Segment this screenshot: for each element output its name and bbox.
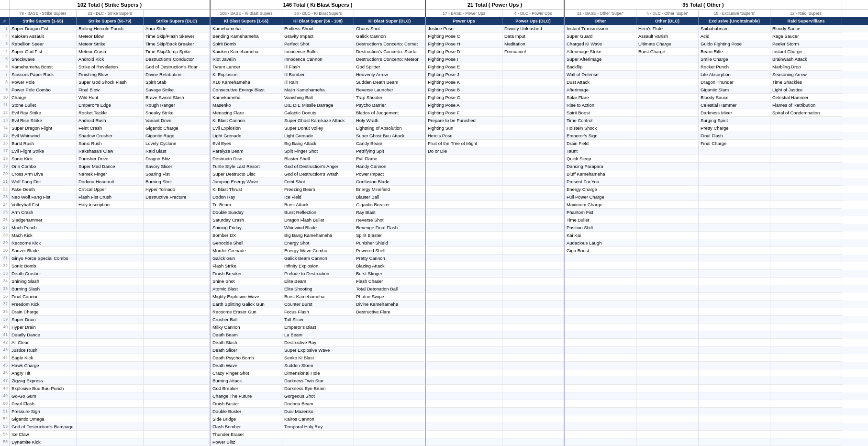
table-row: 33Death CrasherFinish BreakerPrelude to …: [0, 270, 868, 278]
table-cell: Revenge Final Flash: [354, 224, 426, 232]
table-cell: Super God Fist: [10, 48, 77, 56]
table-cell: [636, 78, 699, 86]
table-cell: [699, 385, 770, 392]
table-cell: Bluff Kamehameha: [565, 170, 636, 178]
column-header: Power Ups (DLC): [502, 17, 565, 25]
table-cell: Power Pole Combo: [10, 86, 77, 94]
row-number: 25: [0, 209, 10, 216]
table-row: 2Kaioken AssaultMeteor BlowTime Skip/Fla…: [0, 33, 868, 40]
table-row: 46Angry HitCrazy Finger ShotDimensional …: [0, 369, 868, 377]
table-cell: [77, 278, 144, 285]
table-cell: Big Bang Attack: [282, 140, 354, 147]
table-cell: [636, 147, 699, 155]
table-cell: [565, 385, 636, 392]
table-row: 6Kamehameha BoostStrike of RevelationGod…: [0, 63, 868, 71]
table-cell: God of Destruction's Rampage: [10, 423, 77, 431]
table-cell: [636, 385, 699, 392]
table-cell: [699, 301, 770, 308]
table-row: 12Evil Ray StrikeRocket TackleSneaky Str…: [0, 109, 868, 117]
table-cell: [636, 224, 699, 232]
table-cell: Orin Combo: [10, 163, 77, 170]
table-cell: [699, 423, 770, 431]
table-cell: Fighting Pose G: [426, 94, 502, 101]
table-cell: [699, 354, 770, 362]
table-row: 52Gigantic OmegaSide BridgeKairos Cannon: [0, 415, 868, 423]
table-cell: Blaster Shell: [282, 155, 354, 163]
table-cell: [636, 301, 699, 308]
table-cell: [636, 209, 699, 216]
table-cell: [426, 255, 502, 262]
table-cell: [144, 301, 211, 308]
table-cell: Flash Fist Crush: [77, 193, 144, 201]
table-cell: [770, 224, 842, 232]
table-cell: Photon Swipe: [354, 293, 426, 301]
row-number: 41: [0, 331, 10, 339]
table-cell: [354, 362, 426, 369]
table-cell: [502, 285, 565, 293]
table-cell: [354, 415, 426, 423]
table-cell: [770, 354, 842, 362]
table-cell: God of Destruction's Wrath: [282, 170, 354, 178]
sub-header: 12 - Raid 'Supers': [770, 10, 842, 17]
table-cell: Menacing Flare: [211, 109, 282, 117]
table-cell: Justice Rush: [10, 346, 77, 354]
table-cell: Shining Slash: [10, 278, 77, 285]
table-cell: [77, 308, 144, 316]
table-cell: [77, 209, 144, 216]
table-cell: Bending Kamehameha: [211, 33, 282, 40]
main-container: 102 Total ( Strike Supers )146 Total ( K…: [0, 0, 868, 446]
table-cell: [144, 354, 211, 362]
table-cell: Savage Strike: [144, 86, 211, 94]
table-cell: Evil Flight Strike: [10, 147, 77, 155]
table-row: 22Fake DeathCritical UpperHyper TornadoK…: [0, 186, 868, 193]
table-cell: [770, 438, 842, 446]
table-cell: [144, 216, 211, 224]
table-cell: Divine Retribution: [144, 71, 211, 78]
table-cell: Burning Shot: [144, 178, 211, 186]
table-cell: Vanishing Ball: [282, 94, 354, 101]
table-cell: Ill Flash: [282, 63, 354, 71]
table-cell: Light Grenade: [282, 132, 354, 140]
table-cell: [426, 431, 502, 438]
table-cell: Sneaky Strike: [144, 109, 211, 117]
table-cell: [502, 270, 565, 278]
row-number: 9: [0, 86, 10, 94]
table-cell: [144, 431, 211, 438]
table-cell: DIE DIE Missile Barrage: [282, 101, 354, 109]
row-number: 34: [0, 278, 10, 285]
sub-header: 31 - BASE - Other 'Super': [565, 10, 636, 17]
table-cell: [699, 255, 770, 262]
row-number: 42: [0, 339, 10, 346]
table-cell: Time Skip/Jump Spike: [144, 48, 211, 56]
table-cell: [502, 408, 565, 415]
table-row: 53God of Destruction's RampageFlash Bomb…: [0, 423, 868, 431]
table-cell: Innocence Bullet: [282, 48, 354, 56]
table-cell: Maximum Charge: [565, 201, 636, 209]
table-cell: Prepare to be Punished: [426, 117, 502, 124]
table-cell: [636, 193, 699, 201]
row-number: 35: [0, 285, 10, 293]
table-cell: [77, 369, 144, 377]
table-cell: [354, 354, 426, 362]
table-row: 23Neo Wolf Fang FistFlash Fist CrushDest…: [0, 193, 868, 201]
table-cell: Destructo Disc: [211, 155, 282, 163]
table-cell: Sonic Rush: [77, 140, 144, 147]
table-cell: [636, 331, 699, 339]
table-cell: [636, 438, 699, 446]
table-cell: Darkness Twin Star: [282, 377, 354, 385]
table-cell: [565, 285, 636, 293]
table-cell: Counter Burst: [282, 301, 354, 308]
table-row: 32Sonic BombFlash StrikeInfinity Explosi…: [0, 262, 868, 270]
table-cell: [426, 262, 502, 270]
table-cell: Sonic Bomb: [10, 262, 77, 270]
column-header: Exclusive (Unobtainable): [699, 17, 770, 25]
table-cell: [565, 431, 636, 438]
table-cell: [502, 140, 565, 147]
table-cell: [699, 247, 770, 255]
table-cell: Freezing Beam: [282, 186, 354, 193]
table-cell: [565, 423, 636, 431]
table-row: 30Sauzer BladeMurder GrenadeEnergy Wave …: [0, 247, 868, 255]
table-cell: Hero's Flute: [636, 25, 699, 33]
table-cell: Reverse Launcher: [354, 86, 426, 94]
table-cell: [502, 56, 565, 63]
